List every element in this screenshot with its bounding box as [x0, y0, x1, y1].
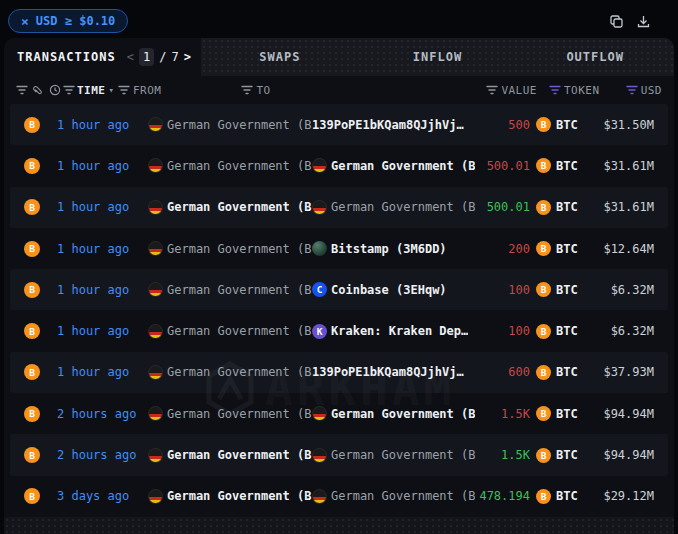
column-header-time[interactable]: TIME	[77, 84, 106, 97]
tx-to[interactable]: K Kraken: Kraken Dep…	[312, 324, 475, 339]
tx-time[interactable]: 1 hour ago	[57, 118, 148, 132]
to-entity-name: Bitstamp (3M6DD)	[331, 242, 447, 256]
tx-token: B BTC	[530, 241, 585, 256]
to-entity-name: 139PoPE1bKQam8QJjhVj…	[312, 365, 464, 379]
filter-icon[interactable]	[626, 85, 638, 95]
tx-time[interactable]: 1 hour ago	[57, 365, 148, 379]
btc-chain-icon: B	[24, 447, 40, 463]
transaction-row[interactable]: B 1 hour ago German Government (B 139PoP…	[10, 352, 668, 393]
german-government-icon	[148, 241, 163, 256]
tx-to[interactable]: German Government (B	[312, 406, 475, 421]
to-entity-name: German Government (B	[331, 489, 475, 503]
btc-chain-icon: B	[24, 282, 40, 298]
tx-to[interactable]: German Government (B	[312, 200, 475, 215]
transaction-row[interactable]: B 1 hour ago German Government (B 139PoP…	[10, 104, 668, 145]
tx-time[interactable]: 2 hours ago	[57, 448, 148, 462]
column-header-from[interactable]: FROM	[133, 84, 162, 97]
transaction-row[interactable]: B 1 hour ago German Government (B K Krak…	[10, 310, 668, 351]
tx-time[interactable]: 1 hour ago	[57, 159, 148, 173]
tx-time[interactable]: 3 days ago	[57, 489, 148, 503]
german-government-icon	[312, 489, 327, 504]
btc-chain-icon: B	[24, 241, 40, 257]
tx-from[interactable]: German Government (B	[148, 406, 312, 421]
tab-swaps[interactable]: SWAPS	[201, 38, 359, 76]
tx-to[interactable]: Bitstamp (3M6DD)	[312, 241, 475, 256]
copy-icon[interactable]	[608, 13, 625, 30]
link-icon[interactable]	[31, 84, 44, 97]
tx-time[interactable]: 1 hour ago	[57, 242, 148, 256]
token-symbol: BTC	[556, 365, 578, 379]
tx-to[interactable]: 139PoPE1bKQam8QJjhVj…	[312, 118, 475, 132]
token-symbol: BTC	[556, 283, 578, 297]
tx-from[interactable]: German Government (B	[148, 158, 312, 173]
tx-to[interactable]: C Coinbase (3EHqw)	[312, 282, 475, 297]
tx-time[interactable]: 1 hour ago	[57, 283, 148, 297]
tx-from[interactable]: German Government (B	[148, 365, 312, 380]
prev-page-icon[interactable]: <	[127, 50, 134, 64]
tx-from[interactable]: German Government (B	[148, 489, 312, 504]
filter-icon[interactable]	[549, 85, 561, 95]
tx-to[interactable]: German Government (B	[312, 489, 475, 504]
clock-icon[interactable]	[49, 84, 61, 96]
token-icon: B	[536, 406, 551, 421]
filter-icon[interactable]	[486, 85, 498, 95]
tx-from[interactable]: German Government (B	[148, 282, 312, 297]
token-icon: B	[536, 324, 551, 339]
usd-filter-chip[interactable]: × USD ≥ $0.10	[8, 9, 128, 33]
btc-chain-icon: B	[24, 406, 40, 422]
german-government-icon	[148, 200, 163, 215]
to-entity-name: German Government (B	[331, 200, 475, 214]
from-entity-name: German Government (B	[167, 118, 312, 132]
column-header-usd[interactable]: USD	[641, 84, 662, 97]
filter-icon[interactable]	[63, 85, 75, 95]
tx-from[interactable]: German Government (B	[148, 324, 312, 339]
filter-icon[interactable]	[16, 85, 28, 95]
column-header-value[interactable]: VALUE	[501, 84, 537, 97]
tx-to[interactable]: German Government (B	[312, 448, 475, 463]
tx-time[interactable]: 2 hours ago	[57, 407, 148, 421]
to-entity-name: Kraken: Kraken Dep…	[331, 324, 468, 338]
current-page: 1	[139, 48, 154, 66]
next-page-icon[interactable]: >	[184, 50, 191, 64]
tx-token: B BTC	[530, 489, 585, 504]
close-icon[interactable]: ×	[21, 15, 29, 28]
tx-token: B BTC	[530, 448, 585, 463]
transaction-row[interactable]: B 1 hour ago German Government (B Bitsta…	[10, 228, 668, 269]
download-icon[interactable]	[635, 13, 652, 30]
tx-from[interactable]: German Government (B	[148, 448, 312, 463]
tx-from[interactable]: German Government (B	[148, 200, 312, 215]
tab-transactions[interactable]: TRANSACTIONS < 1 / 7 >	[4, 38, 201, 76]
tx-token: B BTC	[530, 282, 585, 297]
german-government-icon	[312, 200, 327, 215]
from-entity-name: German Government (B	[167, 200, 312, 214]
token-icon: B	[536, 489, 551, 504]
transaction-row[interactable]: B 2 hours ago German Government (B Germa…	[10, 393, 668, 434]
transaction-row[interactable]: B 3 days ago German Government (B German…	[10, 476, 668, 517]
transaction-row[interactable]: B 1 hour ago German Government (B German…	[10, 145, 668, 186]
tx-to[interactable]: 139PoPE1bKQam8QJjhVj…	[312, 365, 475, 379]
filter-icon[interactable]	[118, 85, 130, 95]
german-government-icon	[148, 406, 163, 421]
german-government-icon	[312, 406, 327, 421]
tab-inflow[interactable]: INFLOW	[359, 38, 517, 76]
tx-time[interactable]: 1 hour ago	[57, 324, 148, 338]
from-entity-name: German Government (B	[167, 159, 312, 173]
tx-time[interactable]: 1 hour ago	[57, 200, 148, 214]
to-entity-name: German Government (B	[331, 448, 475, 462]
from-entity-name: German Government (B	[167, 407, 312, 421]
tx-to[interactable]: German Government (B	[312, 158, 475, 173]
token-symbol: BTC	[556, 118, 578, 132]
filter-icon[interactable]	[241, 85, 253, 95]
tx-from[interactable]: German Government (B	[148, 117, 312, 132]
tx-usd: $29.12M	[585, 489, 654, 503]
tx-from[interactable]: German Government (B	[148, 241, 312, 256]
transaction-row[interactable]: B 1 hour ago German Government (B German…	[10, 187, 668, 228]
tx-value: 100	[475, 283, 530, 297]
transaction-row[interactable]: B 1 hour ago German Government (B C Coin…	[10, 269, 668, 310]
column-header-token[interactable]: TOKEN	[564, 84, 600, 97]
tx-usd: $31.61M	[585, 200, 654, 214]
column-header-to[interactable]: TO	[256, 84, 270, 97]
tab-outflow[interactable]: OUTFLOW	[516, 38, 674, 76]
transaction-row[interactable]: B 2 hours ago German Government (B Germa…	[10, 434, 668, 475]
german-government-icon	[148, 365, 163, 380]
